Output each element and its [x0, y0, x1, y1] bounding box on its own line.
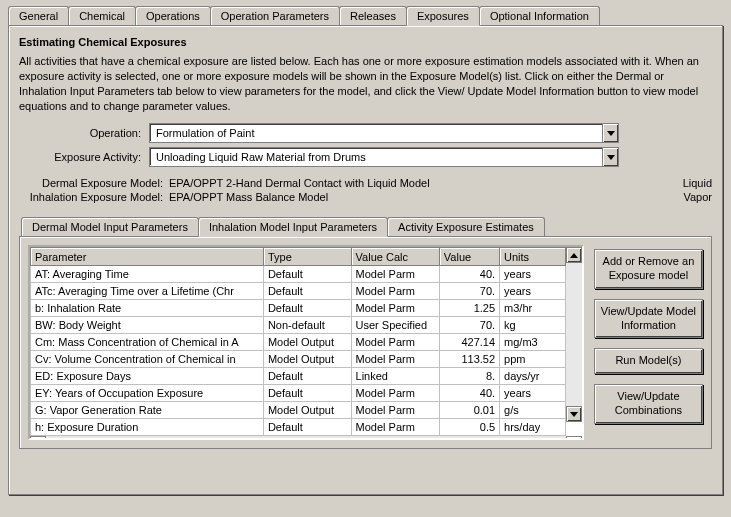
table-row[interactable]: BW: Body WeightNon-defaultUser Specified…	[31, 317, 566, 334]
exposures-panel: Estimating Chemical Exposures All activi…	[8, 25, 723, 495]
cell-value[interactable]: 0.01	[439, 402, 499, 419]
subpanel: Parameter Type Value Calc Value Units AT…	[19, 236, 712, 449]
tab-chemical[interactable]: Chemical	[68, 6, 136, 25]
scroll-track[interactable]	[46, 436, 566, 440]
table-row[interactable]: b: Inhalation RateDefaultModel Parm1.25m…	[31, 300, 566, 317]
col-header-value-calc[interactable]: Value Calc	[351, 248, 439, 266]
scroll-down-button[interactable]	[566, 406, 582, 422]
cell-parameter[interactable]: Cv: Volume Concentration of Chemical in	[31, 351, 264, 368]
cell-value[interactable]: 40.	[439, 385, 499, 402]
cell-value_calc[interactable]: Linked	[351, 368, 439, 385]
cell-value[interactable]: 40.	[439, 266, 499, 283]
tab-operation-parameters[interactable]: Operation Parameters	[210, 6, 340, 25]
operation-combo[interactable]: Formulation of Paint	[149, 123, 619, 143]
cell-value[interactable]: 427.14	[439, 334, 499, 351]
cell-parameter[interactable]: EY: Years of Occupation Exposure	[31, 385, 264, 402]
vertical-scrollbar[interactable]	[566, 247, 582, 422]
view-update-model-info-button[interactable]: View/Update Model Information	[594, 299, 703, 339]
cell-value_calc[interactable]: Model Parm	[351, 351, 439, 368]
cell-parameter[interactable]: AT: Averaging Time	[31, 266, 264, 283]
scroll-track[interactable]	[566, 263, 582, 406]
activity-dropdown-button[interactable]	[602, 148, 618, 166]
run-models-button[interactable]: Run Model(s)	[594, 348, 703, 374]
cell-units[interactable]: hrs/day	[500, 419, 566, 436]
table-row[interactable]: Cm: Mass Concentration of Chemical in AM…	[31, 334, 566, 351]
cell-type[interactable]: Default	[263, 283, 351, 300]
horizontal-scrollbar[interactable]	[30, 436, 582, 440]
view-update-combinations-button[interactable]: View/Update Combinations	[594, 384, 703, 424]
cell-units[interactable]: years	[500, 283, 566, 300]
cell-units[interactable]: m3/hr	[500, 300, 566, 317]
scroll-left-button[interactable]	[30, 436, 46, 440]
activity-label: Exposure Activity:	[19, 151, 149, 163]
cell-units[interactable]: g/s	[500, 402, 566, 419]
cell-value_calc[interactable]: Model Parm	[351, 266, 439, 283]
subtab-dermal[interactable]: Dermal Model Input Parameters	[21, 217, 199, 236]
cell-parameter[interactable]: h: Exposure Duration	[31, 419, 264, 436]
cell-value[interactable]: 70.	[439, 317, 499, 334]
table-row[interactable]: EY: Years of Occupation ExposureDefaultM…	[31, 385, 566, 402]
tab-exposures[interactable]: Exposures	[406, 6, 480, 26]
scroll-right-button[interactable]	[566, 436, 582, 440]
table-row[interactable]: ATc: Averaging Time over a Lifetime (Chr…	[31, 283, 566, 300]
cell-parameter[interactable]: ED: Exposure Days	[31, 368, 264, 385]
table-row[interactable]: G: Vapor Generation RateModel OutputMode…	[31, 402, 566, 419]
cell-value[interactable]: 8.	[439, 368, 499, 385]
cell-units[interactable]: days/yr	[500, 368, 566, 385]
cell-type[interactable]: Model Output	[263, 351, 351, 368]
cell-units[interactable]: mg/m3	[500, 334, 566, 351]
cell-value_calc[interactable]: Model Parm	[351, 385, 439, 402]
cell-units[interactable]: years	[500, 266, 566, 283]
subtab-inhalation[interactable]: Inhalation Model Input Parameters	[198, 217, 388, 237]
cell-type[interactable]: Model Output	[263, 334, 351, 351]
cell-type[interactable]: Default	[263, 368, 351, 385]
tab-releases[interactable]: Releases	[339, 6, 407, 25]
tab-operations[interactable]: Operations	[135, 6, 211, 25]
table-row[interactable]: ED: Exposure DaysDefaultLinked8.days/yr	[31, 368, 566, 385]
cell-value_calc[interactable]: Model Parm	[351, 334, 439, 351]
cell-units[interactable]: kg	[500, 317, 566, 334]
subtab-activity[interactable]: Activity Exposure Estimates	[387, 217, 545, 236]
cell-value[interactable]: 70.	[439, 283, 499, 300]
sub-tabstrip: Dermal Model Input Parameters Inhalation…	[19, 217, 712, 236]
cell-parameter[interactable]: Cm: Mass Concentration of Chemical in A	[31, 334, 264, 351]
cell-type[interactable]: Default	[263, 385, 351, 402]
cell-value[interactable]: 113.52	[439, 351, 499, 368]
cell-value_calc[interactable]: Model Parm	[351, 402, 439, 419]
add-remove-exposure-model-button[interactable]: Add or Remove an Exposure model	[594, 249, 703, 289]
cell-units[interactable]: ppm	[500, 351, 566, 368]
operation-row: Operation: Formulation of Paint	[19, 123, 712, 143]
operation-dropdown-button[interactable]	[602, 124, 618, 142]
cell-value_calc[interactable]: Model Parm	[351, 300, 439, 317]
cell-parameter[interactable]: ATc: Averaging Time over a Lifetime (Chr	[31, 283, 264, 300]
cell-value_calc[interactable]: User Specified	[351, 317, 439, 334]
col-header-type[interactable]: Type	[263, 248, 351, 266]
col-header-parameter[interactable]: Parameter	[31, 248, 264, 266]
cell-value[interactable]: 1.25	[439, 300, 499, 317]
dermal-model-row: Dermal Exposure Model: EPA/OPPT 2-Hand D…	[19, 177, 712, 189]
cell-type[interactable]: Default	[263, 300, 351, 317]
col-header-units[interactable]: Units	[500, 248, 566, 266]
cell-value_calc[interactable]: Model Parm	[351, 419, 439, 436]
cell-type[interactable]: Model Output	[263, 402, 351, 419]
cell-value_calc[interactable]: Model Parm	[351, 283, 439, 300]
activity-row: Exposure Activity: Unloading Liquid Raw …	[19, 147, 712, 167]
cell-type[interactable]: Default	[263, 266, 351, 283]
table-row[interactable]: h: Exposure DurationDefaultModel Parm0.5…	[31, 419, 566, 436]
cell-units[interactable]: years	[500, 385, 566, 402]
cell-type[interactable]: Default	[263, 419, 351, 436]
tab-general[interactable]: General	[8, 6, 69, 25]
col-header-value[interactable]: Value	[439, 248, 499, 266]
scroll-up-button[interactable]	[566, 247, 582, 263]
table-row[interactable]: AT: Averaging TimeDefaultModel Parm40.ye…	[31, 266, 566, 283]
cell-value[interactable]: 0.5	[439, 419, 499, 436]
cell-parameter[interactable]: BW: Body Weight	[31, 317, 264, 334]
activity-combo-value: Unloading Liquid Raw Material from Drums	[150, 151, 602, 163]
tab-optional-information[interactable]: Optional Information	[479, 6, 600, 25]
cell-parameter[interactable]: b: Inhalation Rate	[31, 300, 264, 317]
table-row[interactable]: Cv: Volume Concentration of Chemical inM…	[31, 351, 566, 368]
parameter-table-frame: Parameter Type Value Calc Value Units AT…	[28, 245, 584, 440]
activity-combo[interactable]: Unloading Liquid Raw Material from Drums	[149, 147, 619, 167]
cell-parameter[interactable]: G: Vapor Generation Rate	[31, 402, 264, 419]
cell-type[interactable]: Non-default	[263, 317, 351, 334]
